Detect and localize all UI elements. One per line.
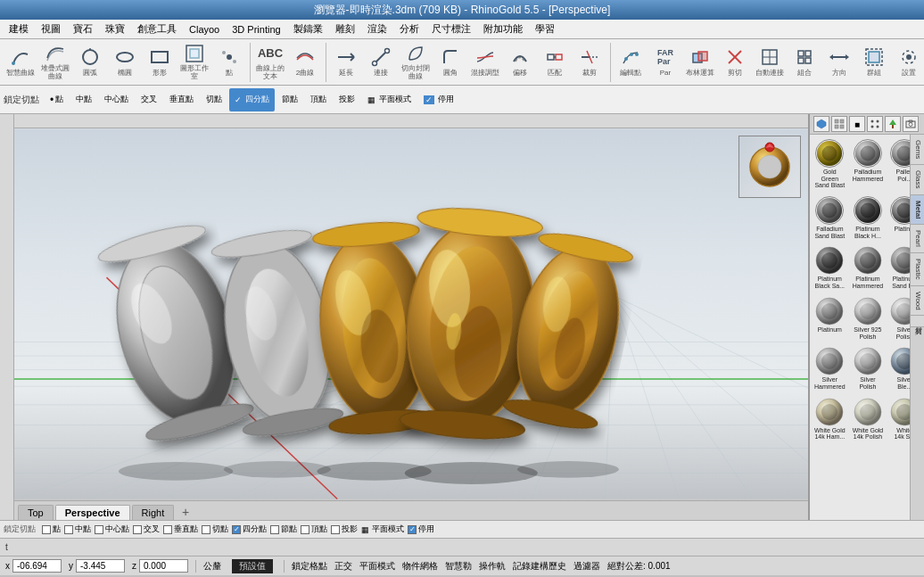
par-btn[interactable]: FARPar Par [648, 43, 682, 82]
filter-label[interactable]: 過濾器 [573, 560, 600, 573]
mat-item-palladium-hammered[interactable]: PalladiumHammered [850, 136, 887, 192]
menu-jewelry[interactable]: 珠寶 [100, 21, 130, 37]
viewport-tab-perspective[interactable]: Perspective [55, 505, 130, 520]
panel-tree-icon-btn[interactable] [885, 116, 901, 132]
ellipse-btn[interactable]: 橢圓 [108, 43, 142, 82]
snap-bar-mid[interactable]: 中點 [64, 523, 91, 535]
snap-bar-intersect[interactable]: 交叉 [133, 523, 160, 535]
point-btn[interactable]: 點 [212, 43, 246, 82]
mat-item-pt-hammered[interactable]: PlatinumHammered [850, 243, 887, 292]
snap-vertex-btn[interactable]: 頂點 [305, 88, 332, 111]
mat-item-platin[interactable]: Platin... [887, 194, 910, 242]
snap-intersect-btn[interactable]: 交叉 [136, 88, 162, 111]
snap-planar-btn[interactable]: ▦ 平面模式 [362, 88, 417, 111]
mat-item-platinum[interactable]: Platinum [812, 294, 848, 342]
snap-bar-tan[interactable]: 切點 [202, 523, 228, 535]
snap-disable-btn[interactable]: ✓ 停用 [418, 88, 459, 111]
mat-item-pt-sand[interactable]: PlatinumSand P... [887, 243, 910, 292]
snap-bar-center[interactable]: 中心點 [95, 523, 129, 535]
mat-item-silver-polish2[interactable]: Silver Polish [850, 344, 887, 392]
mat-item-wg14-s[interactable]: White14k S... [887, 395, 910, 443]
menu-casting[interactable]: 製鑄業 [288, 21, 328, 37]
menu-creative[interactable]: 創意工具 [132, 21, 182, 37]
two-curve-btn[interactable]: 2曲線 [288, 43, 322, 82]
boolean-btn[interactable]: 布林運算 [683, 43, 717, 82]
osnap-label[interactable]: 物件網格 [402, 560, 438, 573]
rect-btn[interactable]: 形形 [143, 43, 177, 82]
snap-knot-btn[interactable]: 節點 [276, 88, 303, 111]
panel-camera-icon-btn[interactable] [903, 116, 919, 132]
menu-gems[interactable]: 寶石 [68, 21, 98, 37]
settings-btn[interactable]: 設置 [892, 43, 924, 82]
snap-point-btn[interactable]: • 點 [45, 88, 69, 111]
mat-item-silver925[interactable]: Silver 925Polish [850, 294, 887, 342]
fillet-btn[interactable]: 圓角 [433, 43, 467, 82]
side-tab-texture[interactable]: 材質 [911, 316, 924, 327]
grid-lock-label[interactable]: 鎖定格點 [292, 560, 327, 573]
add-viewport-btn[interactable]: + [177, 504, 194, 520]
menu-plugins[interactable]: 附加功能 [478, 21, 528, 37]
menu-render[interactable]: 渲染 [362, 21, 392, 37]
history-label[interactable]: 記錄建構歷史 [513, 560, 566, 573]
mat-item-gold-green[interactable]: Gold GreenSand Blast [812, 136, 848, 192]
offset-btn[interactable]: 偏移 [503, 43, 537, 82]
menu-learn[interactable]: 學習 [530, 21, 560, 37]
stacked-curve-btn[interactable]: 堆疊式圓曲線 [38, 43, 72, 82]
circle-btn[interactable]: 圓弧 [73, 43, 107, 82]
snap-quad-btn[interactable]: ✓ 四分點 [229, 88, 275, 111]
viewport-tab-right[interactable]: Right [132, 505, 175, 520]
snap-bar-knot[interactable]: 節點 [270, 523, 297, 535]
tangent-close-btn[interactable]: 切向封閉曲線 [399, 43, 433, 82]
smart-curve-btn[interactable]: 智慧曲線 [4, 43, 37, 82]
extend-btn[interactable]: 延長 [329, 43, 363, 82]
viewport-tab-top[interactable]: Top [18, 505, 54, 520]
snap-bar-quad[interactable]: ✓ 四分點 [232, 523, 267, 535]
viewport-3d[interactable] [14, 128, 808, 500]
snap-perp-btn[interactable]: 垂直點 [164, 88, 199, 111]
mat-item-silver-polish[interactable]: Silver Polish [887, 294, 910, 342]
mat-item-falladium[interactable]: FalladiumSand Blast [812, 194, 848, 242]
mat-item-platinum-black-h[interactable]: PlatinumBlack H... [850, 194, 887, 242]
menu-build[interactable]: 建模 [4, 21, 34, 37]
text-on-curve-btn[interactable]: ABC 曲線上的文本 [253, 43, 287, 82]
snap-bar-perp[interactable]: 垂直點 [163, 523, 198, 535]
match-btn[interactable]: 匹配 [538, 43, 572, 82]
side-tab-metal[interactable]: Metal [911, 195, 924, 225]
side-tab-wood[interactable]: Wood [911, 286, 924, 317]
menu-analyze[interactable]: 分析 [394, 21, 425, 37]
side-tab-gems[interactable]: Gems [911, 135, 924, 165]
gumball-label[interactable]: 操作軌 [479, 560, 506, 573]
menu-engrave[interactable]: 雕刻 [330, 21, 360, 37]
blend-btn[interactable]: 混接調型 [468, 43, 502, 82]
materials-scroll-area[interactable]: Gold GreenSand Blast [810, 135, 910, 520]
menu-view[interactable]: 視圖 [36, 21, 66, 37]
trim-btn[interactable]: 裁剪 [573, 43, 606, 82]
snap-tangent-btn[interactable]: 切點 [201, 88, 227, 111]
command-line[interactable]: t [0, 538, 924, 556]
mat-item-silver-hammered[interactable]: SilverHammered [812, 344, 848, 392]
mat-item-pt-black-sa[interactable]: PlatinumBlack Sa... [812, 243, 848, 292]
panel-dots-icon-btn[interactable] [867, 116, 883, 132]
group2-btn[interactable]: 群組 [857, 43, 891, 82]
panel-grid-icon-btn[interactable] [831, 116, 847, 132]
ortho-label[interactable]: 正交 [334, 560, 352, 573]
snap-midpoint-btn[interactable]: 中點 [70, 88, 97, 111]
mat-item-wg14-ham[interactable]: White Gold14k Ham... [812, 395, 848, 443]
cut-btn[interactable]: 剪切 [718, 43, 752, 82]
mat-item-wg14-polish[interactable]: White Gold14k Polish [850, 395, 887, 443]
workspace-btn[interactable]: 圖形工作室 [177, 43, 211, 82]
snap-bar-planar[interactable]: ▦ 平面模式 [361, 523, 404, 535]
side-tab-plastic[interactable]: Plastic [911, 253, 924, 286]
menu-3dprint[interactable]: 3D Printing [227, 22, 285, 37]
snap-bar-project[interactable]: 投影 [331, 523, 358, 535]
mat-item-silver-ble[interactable]: SilverBle... [887, 344, 910, 392]
snap-bar-point[interactable]: 點 [42, 523, 61, 535]
mat-item-palled[interactable]: PalledPol... [887, 136, 910, 192]
side-tab-glass[interactable]: Glass [911, 165, 924, 194]
snap-bar-disable[interactable]: ✓ 停用 [408, 523, 434, 535]
connect-btn[interactable]: 連接 [364, 43, 398, 82]
panel-gems-icon-btn[interactable] [813, 116, 829, 132]
smart-label[interactable]: 智慧勒 [445, 560, 472, 573]
group-btn[interactable]: 組合 [788, 43, 821, 82]
auto-connect-btn[interactable]: 自動連接 [753, 43, 787, 82]
